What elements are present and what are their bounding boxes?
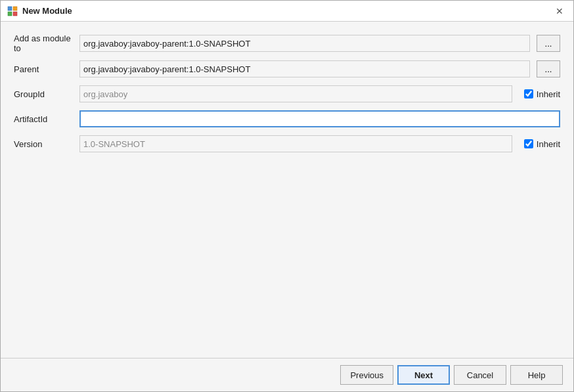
svg-rect-2 — [8, 12, 12, 16]
form-section: Add as module to org.javaboy:javaboy-par… — [14, 33, 560, 153]
group-id-inherit-wrap: Inherit — [524, 89, 560, 99]
new-module-dialog: New Module ✕ Add as module to org.javabo… — [0, 0, 574, 392]
version-placeholder: 1.0-SNAPSHOT — [83, 139, 145, 149]
title-bar-left: New Module — [7, 6, 72, 16]
add-as-module-value-wrap: org.javaboy:javaboy-parent:1.0-SNAPSHOT … — [79, 35, 560, 52]
parent-row: Parent org.javaboy:javaboy-parent:1.0-SN… — [14, 60, 560, 78]
svg-rect-1 — [13, 7, 17, 11]
svg-rect-0 — [8, 7, 12, 11]
group-id-placeholder: org.javaboy — [83, 89, 127, 99]
group-id-input-wrap: org.javaboy Inherit — [79, 85, 560, 102]
version-label: Version — [14, 139, 79, 149]
version-inherit-checkbox[interactable] — [524, 139, 533, 148]
parent-value: org.javaboy:javaboy-parent:1.0-SNAPSHOT — [79, 60, 530, 77]
artifact-id-input[interactable]: javaboy-manager — [79, 110, 560, 127]
version-input-wrap: 1.0-SNAPSHOT Inherit — [79, 135, 560, 152]
artifact-id-row: ArtifactId javaboy-manager — [14, 110, 560, 128]
parent-value-wrap: org.javaboy:javaboy-parent:1.0-SNAPSHOT … — [79, 60, 560, 77]
svg-rect-3 — [13, 12, 17, 16]
title-bar: New Module ✕ — [1, 1, 573, 22]
artifact-id-label: ArtifactId — [14, 114, 79, 124]
add-as-module-dots-button[interactable]: ... — [537, 35, 560, 52]
add-as-module-row: Add as module to org.javaboy:javaboy-par… — [14, 33, 560, 53]
group-id-row: GroupId org.javaboy Inherit — [14, 85, 560, 103]
help-button[interactable]: Help — [510, 365, 563, 385]
version-inherit-label: Inherit — [537, 139, 560, 149]
parent-dots-button[interactable]: ... — [537, 60, 560, 77]
next-button[interactable]: Next — [397, 365, 450, 385]
module-icon — [7, 6, 18, 16]
dialog-footer: Previous Next Cancel Help — [1, 358, 573, 391]
group-id-inherit-checkbox[interactable] — [524, 89, 533, 98]
cancel-button[interactable]: Cancel — [454, 365, 506, 385]
version-inherit-wrap: Inherit — [524, 139, 560, 149]
dialog-content: Add as module to org.javaboy:javaboy-par… — [1, 22, 573, 358]
group-id-inherit-label: Inherit — [537, 89, 560, 99]
previous-button[interactable]: Previous — [340, 365, 393, 385]
add-as-module-value: org.javaboy:javaboy-parent:1.0-SNAPSHOT — [79, 35, 530, 52]
group-id-input: org.javaboy — [79, 85, 512, 102]
group-id-label: GroupId — [14, 89, 79, 99]
dialog-title: New Module — [22, 6, 72, 16]
version-row: Version 1.0-SNAPSHOT Inherit — [14, 135, 560, 153]
version-input: 1.0-SNAPSHOT — [79, 135, 512, 152]
parent-label: Parent — [14, 64, 79, 74]
add-as-module-label: Add as module to — [14, 33, 79, 53]
close-button[interactable]: ✕ — [552, 4, 567, 18]
